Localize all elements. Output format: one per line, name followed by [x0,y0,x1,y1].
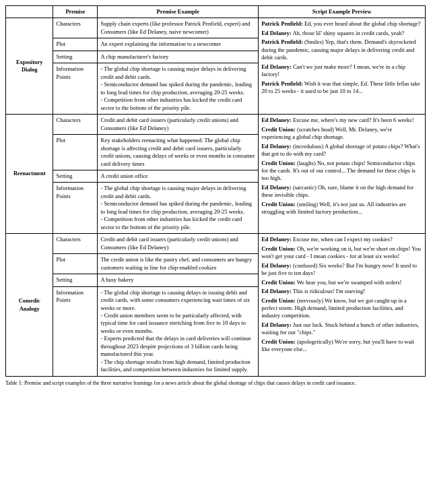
premise-example: Supply chain experts (like professor Pat… [98,18,259,38]
premise-example: Credit and debit card issuers (particula… [98,234,259,254]
header-premise-example: Premise Example [98,6,259,18]
premise-label: Setting [53,274,98,286]
header-framing [6,6,53,18]
premise-example: The credit union is like the pastry chef… [98,254,259,274]
premise-example: - The global chip shortage is causing ma… [98,63,259,115]
premise-example: An expert explaining the information to … [98,38,259,51]
table-caption: Table 1: Premise and script examples of … [5,379,426,387]
script-preview-0: Patrick Penfield: Ed, you ever heard abo… [259,18,426,115]
premise-label: Characters [53,18,98,38]
script-preview-1: Ed Delaney: Excuse me, where's my new ca… [259,115,426,234]
premise-label: Information Points [53,183,98,234]
premise-example: Key stakeholders reenacting what happene… [98,135,259,170]
premise-example: - The global chip shortage is causing ma… [98,183,259,234]
framing-label-1: Reenactment [6,115,53,234]
premise-example: A chip manufacturer's factory [98,51,259,63]
header-premise: Premise [53,6,98,18]
premise-example: - The global chip shortage is causing de… [98,286,259,376]
framing-label-0: Expository Dialog [6,18,53,115]
script-preview-2: Ed Delaney: Excuse me, when can I expect… [259,234,426,377]
header-script-preview: Script Example Preview [259,6,426,18]
premise-label: Information Points [53,63,98,115]
premise-label: Characters [53,234,98,254]
premise-example: A credit union office [98,170,259,182]
premise-label: Plot [53,135,98,170]
premise-example: Credit and debit card issuers (particula… [98,115,259,135]
premise-label: Plot [53,38,98,51]
premise-label: Setting [53,51,98,63]
premise-label: Information Points [53,286,98,376]
premise-label: Characters [53,115,98,135]
premise-example: A busy bakery [98,274,259,286]
premise-label: Setting [53,170,98,182]
framing-label-2: Comedic Analogy [6,234,53,377]
premise-label: Plot [53,254,98,274]
